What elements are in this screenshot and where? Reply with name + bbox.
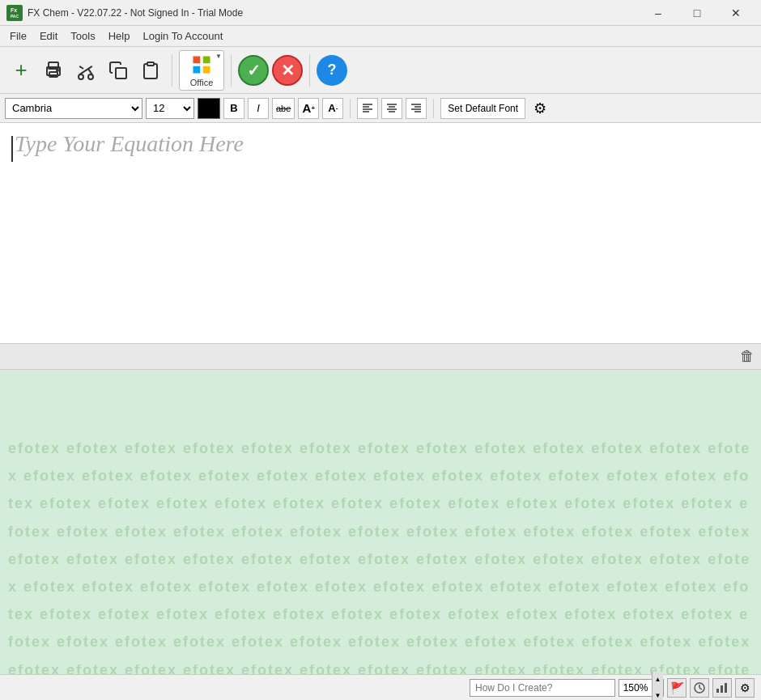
shrink-font-button[interactable]: A- [322,98,343,119]
toolbar: + ▼ [0,47,761,94]
svg-rect-13 [193,66,201,73]
svg-rect-11 [193,56,201,63]
title-left: FxPAC FX Chem - V22.07.22 - Not Signed I… [6,5,243,21]
strikethrough-button[interactable]: abe [272,98,295,119]
watermark-text: efotex efotex efotex efotex efotex efote… [0,370,761,700]
svg-rect-14 [203,66,210,73]
svg-line-8 [79,66,83,68]
svg-rect-10 [147,62,154,66]
font-family-select[interactable]: Cambria [5,98,142,119]
paste-icon [141,61,160,80]
paste-button[interactable] [136,50,165,91]
office-icon [190,53,213,76]
maximize-button[interactable]: □ [678,0,716,26]
cut-icon [76,61,96,80]
status-bar: 150% ▲ ▼ 🚩 ⚙ [0,674,761,700]
svg-rect-32 [725,683,727,693]
svg-line-29 [699,688,702,689]
italic-button[interactable]: I [248,98,269,119]
copy-button[interactable] [104,50,133,91]
watermark-block: efotex efotex efotex efotex efotex efote… [8,435,753,700]
title-controls: – □ ✕ [640,0,755,26]
confirm-button[interactable]: ✓ [238,55,269,86]
align-center-icon [386,103,398,114]
title-bar: FxPAC FX Chem - V22.07.22 - Not Signed I… [0,0,761,26]
font-settings-button[interactable]: ⚙ [529,97,551,120]
svg-rect-30 [716,689,719,693]
menu-login[interactable]: Login To Account [136,26,229,46]
grow-font-button[interactable]: A+ [298,98,319,119]
font-color-picker[interactable] [198,98,220,119]
print-button[interactable] [39,50,68,91]
settings-button[interactable]: ⚙ [735,678,755,698]
app-icon: FxPAC [6,5,23,21]
how-create-input[interactable] [470,679,615,697]
align-center-button[interactable] [381,98,402,119]
editor-footer: 🗑 [0,343,761,369]
editor-content[interactable]: Type Your Equation Here [0,123,761,343]
zoom-up-button[interactable]: ▲ [652,672,663,688]
analytics-icon [716,681,729,694]
analytics-button[interactable] [712,678,732,698]
toolbar-separator-2 [231,54,232,87]
svg-rect-9 [116,68,126,78]
delete-button[interactable]: 🗑 [740,348,755,365]
title-text: FX Chem - V22.07.22 - Not Signed In - Tr… [28,7,243,19]
align-right-button[interactable] [406,98,427,119]
new-button[interactable]: + [6,50,36,91]
menu-edit[interactable]: Edit [33,26,64,46]
equation-placeholder: Type Your Equation Here [15,131,244,156]
svg-point-4 [79,74,83,79]
watermark-area: efotex efotex efotex efotex efotex efote… [0,370,761,700]
font-size-select[interactable]: 12 8 10 11 14 16 18 24 36 [146,98,194,119]
font-toolbar: Cambria 12 8 10 11 14 16 18 24 36 B I ab… [0,94,761,123]
align-left-button[interactable] [357,98,378,119]
print-icon [44,61,63,80]
main-area: Type Your Equation Here 🗑 efotex efotex … [0,123,761,700]
close-button[interactable]: ✕ [717,0,755,26]
align-right-icon [410,103,422,114]
office-button[interactable]: ▼ Office [179,50,224,91]
menu-tools[interactable]: Tools [64,26,101,46]
zoom-value: 150% [619,680,652,696]
minimize-button[interactable]: – [640,0,677,26]
svg-point-5 [88,74,93,79]
office-dropdown-arrow: ▼ [215,53,222,60]
help-button[interactable]: ? [317,55,347,86]
history-icon [693,681,706,694]
align-left-icon [362,103,373,114]
font-separator-2 [433,99,434,118]
menu-bar: File Edit Tools Help Login To Account [0,26,761,47]
bold-button[interactable]: B [223,98,244,119]
svg-line-7 [88,68,92,74]
set-default-font-button[interactable]: Set Default Font [440,98,525,119]
svg-point-3 [57,70,58,71]
zoom-control: 150% ▲ ▼ [619,679,664,697]
toolbar-separator-3 [309,54,310,87]
zoom-down-button[interactable]: ▼ [652,688,663,701]
cut-button[interactable] [71,50,100,91]
editor-area: Type Your Equation Here 🗑 [0,123,761,370]
office-label: Office [190,78,214,87]
menu-help[interactable]: Help [102,26,137,46]
flag-button[interactable]: 🚩 [667,678,687,698]
toolbar-separator-1 [172,54,172,87]
svg-rect-31 [721,685,723,693]
copy-icon [108,61,128,80]
cursor [11,136,13,162]
history-button[interactable] [690,678,709,698]
menu-file[interactable]: File [3,26,33,46]
font-separator-1 [350,99,351,118]
cancel-button[interactable]: ✕ [272,55,303,86]
svg-rect-12 [203,56,210,63]
